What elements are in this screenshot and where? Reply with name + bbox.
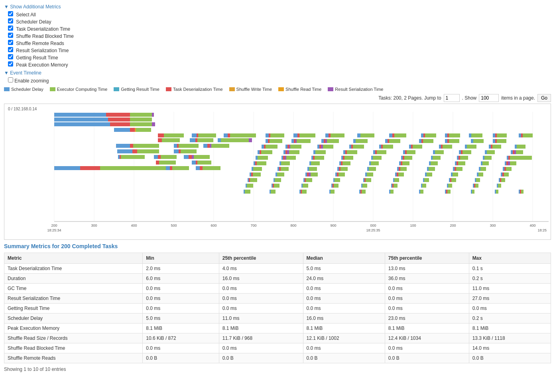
svg-rect-245 (458, 161, 465, 165)
go-button[interactable]: Go (537, 94, 551, 102)
svg-rect-349 (475, 184, 478, 188)
svg-rect-35 (228, 133, 230, 137)
svg-rect-207 (315, 156, 324, 160)
enable-zooming-checkbox[interactable] (8, 77, 13, 82)
legend-label-scheduler: Scheduler Delay (11, 87, 43, 92)
metric-value-cell: 10.6 KiB / 872 (143, 333, 219, 343)
svg-rect-78 (100, 166, 166, 170)
svg-rect-115 (270, 139, 282, 143)
svg-text:18:25:35: 18:25:35 (366, 228, 380, 232)
svg-rect-105 (469, 133, 471, 137)
svg-rect-346 (448, 184, 452, 188)
svg-rect-371 (471, 190, 472, 194)
svg-rect-304 (249, 178, 250, 182)
svg-rect-215 (404, 156, 412, 160)
checkbox-select-all[interactable]: Select All (8, 11, 551, 18)
svg-rect-108 (495, 133, 497, 137)
svg-rect-44 (249, 138, 252, 142)
svg-rect-164 (467, 145, 476, 149)
svg-rect-74 (196, 161, 197, 165)
table-row: Shuffle Read Size / Records10.6 KiB / 87… (4, 333, 551, 343)
legend-label-shuffle-write: Shuffle Write Time (236, 87, 272, 92)
svg-rect-302 (504, 172, 509, 176)
checkbox-getting-result[interactable]: Getting Result Time (8, 54, 551, 61)
svg-rect-250 (508, 161, 510, 165)
svg-rect-367 (420, 190, 423, 194)
svg-rect-176 (289, 150, 299, 154)
checkbox-task-deserialization[interactable]: Task Deserialization Time (8, 25, 551, 32)
svg-rect-59 (179, 149, 181, 153)
svg-rect-149 (321, 145, 323, 149)
svg-rect-97 (392, 133, 394, 137)
svg-rect-191 (461, 150, 462, 154)
svg-rect-216 (431, 156, 433, 160)
svg-text:000: 000 (370, 223, 376, 227)
svg-rect-257 (307, 167, 309, 171)
metric-value-cell: 0.0 ms (143, 294, 219, 304)
svg-rect-273 (480, 167, 486, 171)
svg-rect-327 (501, 178, 505, 182)
svg-rect-100 (423, 133, 425, 137)
checkbox-scheduler-delay[interactable]: Scheduler Delay (8, 18, 551, 25)
svg-text:700: 700 (250, 223, 256, 227)
svg-rect-222 (484, 156, 492, 160)
svg-rect-112 (523, 133, 533, 137)
svg-rect-47 (133, 144, 159, 148)
event-timeline-toggle[interactable]: ▼ Event Timeline (4, 70, 551, 76)
svg-text:300: 300 (490, 223, 496, 227)
svg-rect-196 (513, 150, 514, 154)
svg-rect-372 (472, 190, 474, 194)
svg-rect-252 (252, 167, 253, 171)
svg-rect-134 (449, 139, 459, 143)
svg-rect-212 (373, 156, 382, 160)
svg-rect-204 (286, 156, 296, 160)
svg-rect-45 (116, 144, 130, 148)
svg-rect-326 (500, 178, 501, 182)
show-additional-metrics-toggle[interactable]: ▼ Show Additional Metrics (4, 4, 551, 10)
svg-rect-162 (443, 145, 452, 149)
checkbox-shuffle-remote[interactable]: Shuffle Remote Reads (8, 40, 551, 46)
svg-rect-141 (264, 145, 266, 149)
svg-rect-331 (273, 184, 274, 188)
svg-text:400: 400 (529, 223, 535, 227)
svg-rect-259 (337, 167, 339, 171)
svg-rect-322 (451, 178, 456, 182)
svg-rect-107 (493, 133, 495, 137)
svg-rect-51 (203, 144, 207, 148)
svg-rect-218 (457, 156, 459, 160)
svg-rect-145 (289, 145, 290, 149)
showing-text: Showing 1 to 10 of 10 entries (4, 367, 551, 372)
checkbox-peak-memory[interactable]: Peak Execution Memory (8, 61, 551, 68)
items-per-page-label: items in a page. (501, 95, 535, 101)
jump-to-input[interactable] (444, 94, 460, 102)
svg-rect-251 (510, 161, 516, 165)
svg-rect-325 (499, 178, 500, 182)
svg-rect-307 (275, 178, 281, 182)
metric-value-cell: 0.0 ms (219, 284, 303, 294)
metric-value-cell: 11.0 ms (469, 284, 551, 294)
svg-rect-247 (482, 161, 489, 165)
svg-rect-42 (218, 138, 221, 142)
svg-rect-137 (493, 139, 495, 143)
svg-rect-214 (403, 156, 404, 160)
svg-rect-67 (184, 155, 189, 159)
metric-value-cell: 0.0 B (385, 353, 469, 363)
svg-rect-166 (491, 145, 492, 149)
svg-rect-186 (405, 150, 407, 154)
svg-rect-140 (262, 145, 264, 149)
legend-color-task-deser (166, 87, 171, 91)
checkbox-shuffle-blocked[interactable]: Shuffle Read Blocked Time (8, 33, 551, 39)
svg-rect-332 (274, 184, 279, 188)
checkbox-result-serial[interactable]: Result Serialization Time (8, 47, 551, 53)
show-additional-metrics-label: ▼ Show Additional Metrics (4, 4, 61, 10)
svg-rect-183 (375, 150, 377, 154)
svg-rect-69 (192, 155, 194, 159)
svg-rect-333 (301, 184, 303, 188)
metric-value-cell: 0.0 ms (143, 343, 219, 353)
legend-color-shuffle-read (278, 87, 284, 91)
enable-zooming-label[interactable]: Enable zooming (8, 77, 551, 84)
svg-text:500: 500 (171, 223, 177, 227)
svg-rect-30 (164, 133, 184, 137)
legend-label-getting-result: Getting Result Time (121, 87, 159, 92)
show-count-input[interactable] (479, 94, 499, 102)
